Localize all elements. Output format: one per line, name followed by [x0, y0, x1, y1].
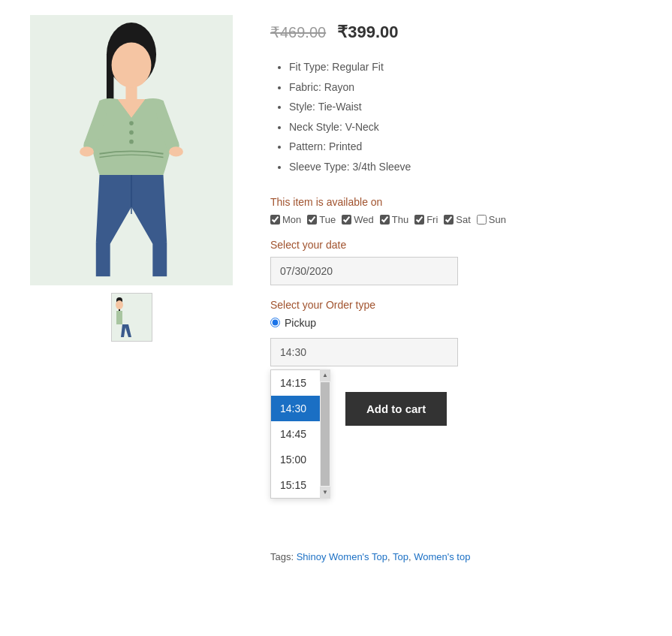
day-thu[interactable]: Thu: [380, 214, 408, 225]
svg-rect-11: [152, 243, 167, 276]
feature-fit: Fit Type: Regular Fit: [289, 57, 649, 77]
svg-point-8: [169, 146, 183, 156]
feature-pattern: Pattern: Printed: [289, 137, 649, 157]
days-row: Mon Tue Wed Thu Fri Sat Su: [270, 214, 649, 225]
availability-label: This item is available on: [270, 196, 649, 208]
scroll-up-arrow[interactable]: ▲: [320, 369, 330, 381]
day-sun[interactable]: Sun: [477, 214, 506, 225]
svg-point-5: [129, 131, 134, 135]
svg-rect-10: [96, 243, 110, 276]
date-input[interactable]: [270, 257, 458, 285]
product-details: ₹469.00 ₹399.00 Fit Type: Regular Fit Fa…: [270, 15, 649, 525]
day-wed[interactable]: Wed: [342, 214, 374, 225]
tags-prefix: Tags:: [270, 551, 294, 562]
svg-point-14: [116, 300, 123, 309]
feature-sleeve: Sleeve Type: 3/4th Sleeve: [289, 157, 649, 177]
thumbnail-list: [111, 293, 152, 342]
product-images: [23, 15, 240, 525]
thumbnail-back[interactable]: [111, 293, 152, 342]
dropdown-and-cart: 14:15 14:30 14:45 15:00 15:15 ▲ ▼ Add to…: [270, 369, 649, 499]
day-sat[interactable]: Sat: [444, 214, 471, 225]
svg-point-3: [112, 42, 152, 87]
tag-top[interactable]: Top: [393, 551, 408, 562]
pickup-radio-row: Pickup: [270, 317, 649, 329]
tag-shinoy[interactable]: Shinoy Women's Top: [297, 551, 387, 562]
availability-section: This item is available on Mon Tue Wed Th…: [270, 196, 649, 225]
pickup-radio[interactable]: [270, 318, 280, 327]
day-tue[interactable]: Tue: [307, 214, 336, 225]
scrollbar[interactable]: ▲ ▼: [320, 369, 330, 499]
day-mon[interactable]: Mon: [270, 214, 301, 225]
svg-point-7: [80, 146, 94, 156]
features-list: Fit Type: Regular Fit Fabric: Rayon Styl…: [270, 57, 649, 177]
feature-neck: Neck Style: V-Neck: [289, 117, 649, 137]
original-price: ₹469.00: [270, 23, 326, 41]
tag-womens-top[interactable]: Women's top: [414, 551, 470, 562]
price-section: ₹469.00 ₹399.00: [270, 23, 649, 42]
order-type-section: Select your Order type Pickup: [270, 299, 649, 329]
scroll-down-arrow[interactable]: ▼: [320, 487, 330, 499]
svg-point-4: [129, 121, 134, 125]
day-fri[interactable]: Fri: [414, 214, 438, 225]
time-display: 14:30: [270, 338, 458, 366]
svg-point-6: [129, 140, 134, 144]
tags-section: Tags: Shinoy Women's Top, Top, Women's t…: [270, 551, 649, 562]
date-section: Select your date: [270, 239, 649, 285]
pickup-label[interactable]: Pickup: [285, 317, 316, 329]
add-to-cart-button[interactable]: Add to cart: [345, 392, 447, 426]
date-label: Select your date: [270, 239, 649, 251]
sale-price: ₹399.00: [337, 23, 398, 42]
order-type-label: Select your Order type: [270, 299, 649, 311]
main-product-image: [30, 15, 233, 285]
time-dropdown-container: 14:15 14:30 14:45 15:00 15:15 ▲ ▼: [270, 369, 330, 499]
scroll-thumb[interactable]: [321, 382, 330, 486]
feature-fabric: Fabric: Rayon: [289, 77, 649, 98]
feature-style: Style: Tie-Waist: [289, 97, 649, 117]
